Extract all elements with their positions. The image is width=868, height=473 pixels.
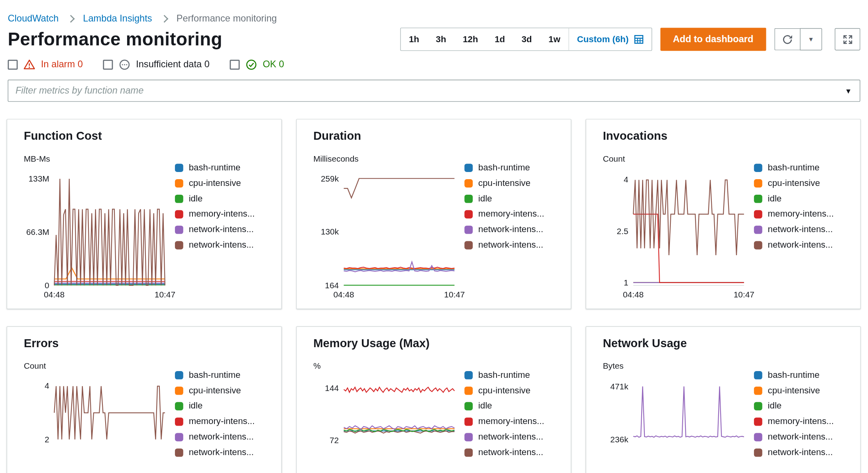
- in-alarm-checkbox[interactable]: [8, 60, 18, 70]
- legend-item[interactable]: cpu-intensive: [754, 178, 834, 188]
- legend-item[interactable]: bash-runtime: [464, 162, 544, 172]
- time-range-button-1h[interactable]: 1h: [401, 29, 428, 50]
- legend-item[interactable]: memory-intens...: [175, 209, 255, 219]
- legend-swatch: [754, 210, 762, 218]
- legend-swatch: [754, 402, 762, 410]
- filter-metrics-input[interactable]: [8, 80, 860, 102]
- legend-item[interactable]: network-intens...: [754, 240, 834, 250]
- legend-swatch: [175, 210, 183, 218]
- legend-item[interactable]: cpu-intensive: [464, 385, 544, 395]
- legend-label: cpu-intensive: [189, 178, 241, 188]
- x-axis-tick: 10:47: [438, 290, 471, 299]
- legend-item[interactable]: memory-intens...: [754, 209, 834, 219]
- insufficient-data-checkbox[interactable]: [103, 60, 113, 70]
- ok-label: OK 0: [263, 59, 284, 70]
- chart-plot[interactable]: [344, 175, 455, 285]
- legend-item[interactable]: network-intens...: [754, 432, 834, 442]
- legend-item[interactable]: network-intens...: [464, 240, 544, 250]
- insufficient-data-label: Insufficient data 0: [136, 59, 210, 70]
- series-network-intensive-a: [633, 387, 744, 438]
- legend-label: bash-runtime: [768, 162, 820, 172]
- legend-item[interactable]: network-intens...: [464, 432, 544, 442]
- chart-plot[interactable]: [633, 175, 744, 285]
- breadcrumb-lambda-insights[interactable]: Lambda Insights: [83, 13, 152, 24]
- legend-item[interactable]: memory-intens...: [464, 416, 544, 426]
- legend-swatch: [464, 402, 473, 410]
- legend-swatch: [754, 371, 762, 379]
- legend-item[interactable]: network-intens...: [464, 448, 544, 457]
- chart-legend: bash-runtimecpu-intensiveidlememory-inte…: [175, 162, 255, 255]
- x-axis-tick: 10:47: [727, 290, 760, 299]
- legend-item[interactable]: network-intens...: [175, 432, 255, 442]
- legend-label: idle: [189, 194, 203, 203]
- refresh-button[interactable]: [774, 28, 800, 51]
- chart-unit-label: MB-Ms: [24, 154, 50, 163]
- time-range-button-12h[interactable]: 12h: [454, 29, 486, 50]
- time-range-button-3d[interactable]: 3d: [513, 29, 540, 50]
- custom-range-button[interactable]: Custom (6h): [569, 34, 651, 44]
- chart-plot[interactable]: [344, 382, 455, 473]
- legend-item[interactable]: bash-runtime: [464, 370, 544, 380]
- legend-item[interactable]: bash-runtime: [754, 162, 834, 172]
- legend-item[interactable]: bash-runtime: [175, 370, 255, 380]
- legend-swatch: [754, 417, 762, 426]
- legend-item[interactable]: network-intens...: [175, 448, 255, 457]
- legend-label: idle: [768, 401, 782, 411]
- legend-label: bash-runtime: [189, 370, 241, 380]
- refresh-button-group: ▼: [774, 28, 822, 51]
- chart-card-6: Network UsageBytes471k236k004:4810:47bas…: [586, 326, 861, 473]
- legend-item[interactable]: network-intens...: [754, 225, 834, 235]
- breadcrumb-cloudwatch[interactable]: CloudWatch: [8, 13, 59, 24]
- y-axis-tick: 236k: [594, 434, 628, 444]
- legend-item[interactable]: idle: [175, 401, 255, 411]
- legend-label: network-intens...: [768, 448, 833, 457]
- legend-item[interactable]: idle: [464, 194, 544, 203]
- legend-swatch: [175, 433, 183, 441]
- chart-legend: bash-runtimecpu-intensiveidlememory-inte…: [754, 162, 834, 255]
- y-axis-tick: 72: [304, 436, 339, 445]
- legend-swatch: [464, 179, 473, 187]
- legend-item[interactable]: network-intens...: [464, 225, 544, 235]
- legend-item[interactable]: cpu-intensive: [175, 178, 255, 188]
- chart-unit-label: Count: [24, 361, 46, 371]
- legend-item[interactable]: bash-runtime: [175, 162, 255, 172]
- legend-label: cpu-intensive: [478, 385, 530, 395]
- legend-item[interactable]: idle: [754, 194, 834, 203]
- legend-swatch: [754, 225, 762, 234]
- legend-item[interactable]: cpu-intensive: [175, 385, 255, 395]
- legend-item[interactable]: bash-runtime: [754, 370, 834, 380]
- add-to-dashboard-button[interactable]: Add to dashboard: [660, 27, 766, 51]
- legend-item[interactable]: network-intens...: [754, 448, 834, 457]
- legend-item[interactable]: idle: [754, 401, 834, 411]
- legend-item[interactable]: network-intens...: [175, 225, 255, 235]
- chart-plot[interactable]: [633, 382, 744, 473]
- legend-item[interactable]: network-intens...: [175, 240, 255, 250]
- legend-swatch: [464, 163, 473, 172]
- chart-plot[interactable]: [54, 382, 165, 473]
- legend-label: network-intens...: [768, 432, 833, 442]
- legend-label: cpu-intensive: [189, 385, 241, 395]
- series-network-intensive-b: [344, 178, 455, 198]
- legend-item[interactable]: idle: [175, 194, 255, 203]
- time-range-button-1w[interactable]: 1w: [540, 29, 569, 50]
- time-range-button-1d[interactable]: 1d: [486, 29, 513, 50]
- chart-legend: bash-runtimecpu-intensiveidlememory-inte…: [175, 370, 255, 463]
- legend-label: network-intens...: [478, 448, 543, 457]
- chart-unit-label: Count: [603, 154, 625, 163]
- legend-item[interactable]: memory-intens...: [175, 416, 255, 426]
- legend-swatch: [754, 179, 762, 187]
- expand-icon: [842, 33, 853, 45]
- time-range-button-3h[interactable]: 3h: [428, 29, 455, 50]
- chart-plot[interactable]: [54, 175, 165, 285]
- series-network-intensive-b: [54, 386, 165, 440]
- fullscreen-button[interactable]: [835, 28, 860, 51]
- ok-checkbox[interactable]: [230, 60, 240, 70]
- alarm-triangle-icon: [23, 59, 35, 71]
- legend-item[interactable]: cpu-intensive: [464, 178, 544, 188]
- legend-swatch: [464, 417, 473, 426]
- legend-item[interactable]: cpu-intensive: [754, 385, 834, 395]
- refresh-options-button[interactable]: ▼: [800, 28, 822, 51]
- legend-item[interactable]: idle: [464, 401, 544, 411]
- legend-item[interactable]: memory-intens...: [464, 209, 544, 219]
- legend-item[interactable]: memory-intens...: [754, 416, 834, 426]
